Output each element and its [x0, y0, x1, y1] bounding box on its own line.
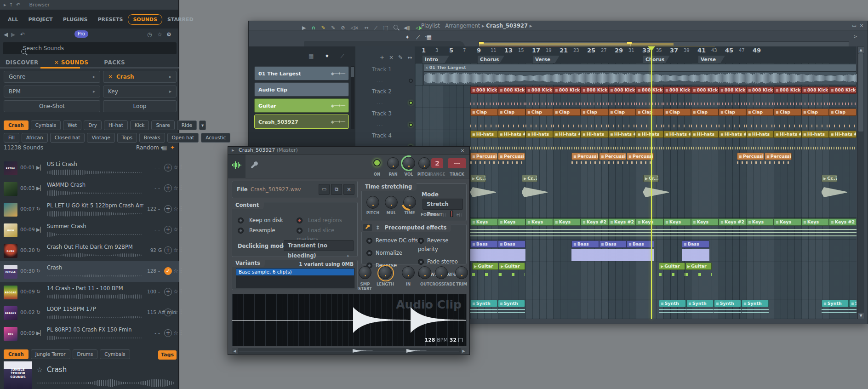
crash-track-clip[interactable]: ▶Cr..7: [822, 175, 837, 182]
marker-chorus[interactable]: Chorus: [643, 56, 670, 63]
synth-track-clip[interactable]: ≡Synth: [822, 300, 849, 307]
clap-track-clip[interactable]: ≡Clap: [581, 109, 608, 116]
genre-filter[interactable]: Genre▸: [4, 71, 100, 83]
guitar-track-clip[interactable]: ▶Guitar: [499, 263, 525, 270]
clap-track-clip[interactable]: ≡Clap: [719, 109, 746, 116]
in-knob[interactable]: [402, 266, 415, 279]
synth-track-clip[interactable]: ≡Synth: [659, 300, 686, 307]
bass-track-clip[interactable]: ≡Bass: [571, 240, 599, 248]
duplicate-button[interactable]: ⧉: [331, 184, 342, 195]
nav-back-icon[interactable]: ◀: [4, 31, 8, 38]
synth-track-clip[interactable]: ≡Synth: [498, 300, 525, 307]
view-tab-discover[interactable]: DISCOVER: [6, 59, 39, 66]
scroll-left-button[interactable]: <: [425, 34, 428, 39]
tag-chip-fill[interactable]: Fill: [4, 133, 19, 143]
kebab-menu-icon[interactable]: ⋮: [178, 226, 184, 232]
marker-chorus[interactable]: Chorus: [478, 56, 504, 63]
load-regions-radio[interactable]: Load regions: [297, 215, 342, 224]
tag-chip-wet[interactable]: Wet: [63, 120, 81, 130]
track-name-1[interactable]: Track 1: [372, 66, 392, 73]
play-oneshot-icon[interactable]: ▶▏: [36, 165, 44, 171]
sound-row[interactable]: 00:07↻PL LET U GO Kit 5 122bpm Crash Am1…: [0, 199, 179, 220]
marker-intro[interactable]: Intro: [423, 56, 449, 63]
synth-track-clip[interactable]: ≡Synth: [686, 300, 714, 307]
loop-icon[interactable]: ↻: [36, 309, 40, 315]
sound-row[interactable]: HIGH FASHION00:09▶▏Summer Crash--+☆⋮: [0, 220, 179, 240]
key-filter[interactable]: Key▸: [103, 86, 177, 97]
scroll-right-button[interactable]: >: [854, 34, 857, 39]
view-tab-sounds[interactable]: ✕ SOUNDS: [54, 59, 89, 66]
keys-track-clip[interactable]: ≡Keys: [470, 218, 498, 226]
tag-chip-dry[interactable]: Dry: [84, 120, 102, 130]
kebab-menu-icon[interactable]: ⋮: [178, 184, 184, 191]
on-led[interactable]: [373, 159, 381, 166]
hihat-track-clip[interactable]: ≡Hi-hats #2: [608, 131, 636, 138]
play-oneshot-icon[interactable]: ▶▏: [36, 330, 44, 336]
sound-waveform[interactable]: [47, 293, 143, 300]
top-tab-sounds[interactable]: SOUNDS: [128, 14, 162, 25]
sample-waveform-display[interactable]: Audio Clip 128 BPM 32: [232, 294, 467, 346]
percussion-track-clip[interactable]: ≡Percussion: [737, 153, 764, 160]
keys-track-clip[interactable]: ≡Keys: [636, 218, 663, 226]
clap-track-clip[interactable]: ≡Clap: [801, 109, 829, 116]
kick-track-clip[interactable]: ≡808 Kick: [691, 86, 719, 94]
kick-track-clip[interactable]: ≡808 Kick: [636, 86, 663, 94]
playhead-marker[interactable]: [648, 46, 655, 51]
hihat-track-clip[interactable]: ≡Hi-hats: [636, 131, 663, 138]
hihat-track-clip[interactable]: ≡Hi-hats: [801, 131, 829, 138]
keys-track-clip[interactable]: ≡Keys: [801, 218, 829, 226]
kick-track-clip[interactable]: ≡808 Kick: [774, 86, 801, 94]
add-button[interactable]: +: [164, 164, 172, 172]
kebab-menu-icon[interactable]: ⋮: [178, 205, 184, 212]
sound-waveform[interactable]: [47, 190, 143, 196]
tag-chip-vintage[interactable]: Vintage: [87, 133, 114, 143]
top-tab-project[interactable]: PROJECT: [23, 14, 58, 25]
validate-icon[interactable]: ◷: [147, 31, 152, 38]
hihat-track-clip[interactable]: ≡Hi-hats: [581, 131, 608, 138]
audio-clip-header[interactable]: ✕01 The Largest: [423, 64, 857, 71]
clip-source-01-the-largest[interactable]: 01 The Largest◆──✦──: [254, 66, 349, 80]
length-knob[interactable]: [379, 266, 392, 279]
keys-track-clip[interactable]: ≡Keys: [498, 218, 525, 226]
bass-track-clip[interactable]: ≡Bass: [682, 240, 709, 248]
dialog-scrollbar[interactable]: ◀ ▶: [232, 348, 467, 354]
scroll-right-button[interactable]: ▶: [461, 348, 467, 354]
tag-chip-hi-hat[interactable]: Hi-hat: [104, 120, 128, 130]
play-oneshot-icon[interactable]: ▶▏: [36, 185, 44, 191]
sound-row[interactable]: DUSK00:20↻Crash Out Flute Dark Cm 92BPM9…: [0, 240, 179, 261]
hihat-track-clip[interactable]: ≡Hi-hats #2: [498, 131, 525, 138]
selected-tag-filter[interactable]: ✕Crash▸: [103, 71, 177, 83]
synth-track-clip[interactable]: ≡Synth: [742, 300, 769, 307]
track-options-dots[interactable]: ···: [377, 123, 384, 128]
kick-track-clip[interactable]: ≡808 Kick: [553, 86, 581, 94]
track-mute-led[interactable]: [409, 101, 413, 105]
bass-track-clip[interactable]: ≡Bass: [470, 240, 498, 248]
tag-chip-kick[interactable]: Kick: [130, 120, 149, 130]
kick-track-clip[interactable]: ≡808 Kick: [746, 86, 774, 94]
bpm-filter[interactable]: BPM▸: [4, 86, 100, 97]
percussion-track-clip[interactable]: ≡Percussion: [599, 153, 626, 160]
clap-track-clip[interactable]: ≡Clap: [608, 109, 636, 116]
clap-track-clip[interactable]: ≡Clap: [636, 109, 663, 116]
kick-track-clip[interactable]: ≡808 Kick: [608, 86, 636, 94]
pack-chip-cymbals[interactable]: Cymbals: [100, 349, 130, 359]
sort-dropdown[interactable]: Random ▾: [136, 144, 164, 151]
sound-row[interactable]: REGGAE00:09↻14 Crash - Part 11 - 100 BPM…: [0, 282, 179, 303]
guitar-track-clip[interactable]: ▶Guitar: [659, 263, 685, 270]
star-icon[interactable]: ☆: [173, 268, 178, 274]
clip-source-audio-clip[interactable]: Audio Clip: [254, 82, 349, 97]
kick-track-clip[interactable]: ≡808 Kick: [525, 86, 553, 94]
dialog-titlebar[interactable]: ▸ Crash_503927 (Master) — ×: [228, 147, 469, 154]
view-tab-packs[interactable]: PACKS: [104, 59, 125, 66]
hihat-track-clip[interactable]: ≡Hi-hats #2: [774, 131, 801, 138]
star-icon[interactable]: ☆: [173, 309, 178, 315]
keys-track-clip[interactable]: ≡Keys: [774, 218, 801, 226]
sound-waveform[interactable]: [47, 252, 143, 258]
clap-track-clip[interactable]: ≡Clap: [663, 109, 691, 116]
percussion-track-clip[interactable]: ≡Percussion: [765, 153, 792, 160]
sound-waveform[interactable]: [47, 169, 143, 176]
add-button[interactable]: +: [164, 205, 172, 213]
tags-button[interactable]: Tags: [158, 350, 177, 360]
star-icon[interactable]: ☆: [173, 226, 178, 233]
hihat-track-clip[interactable]: ≡Hi-hats #3: [829, 131, 857, 138]
